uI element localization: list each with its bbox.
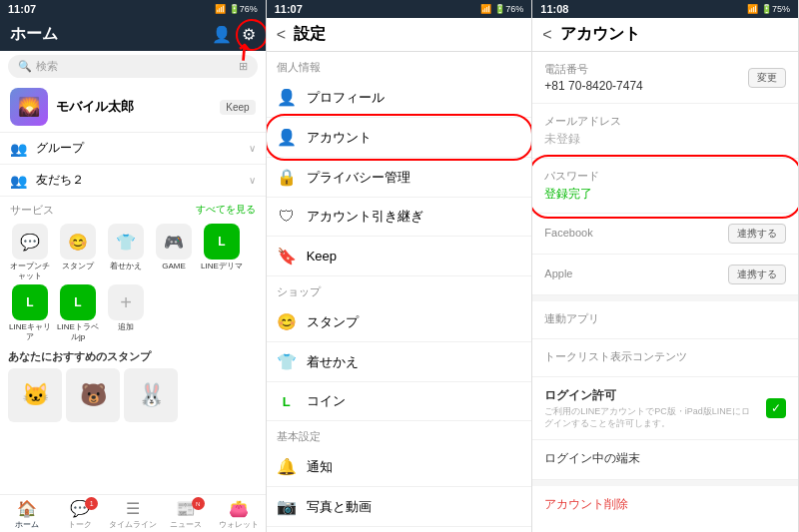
phone-row-inline: 電話番号 +81 70-8420-7474 変更 [544, 62, 786, 93]
person-icon[interactable]: 👤 [212, 25, 232, 44]
notification-label: 通知 [307, 458, 522, 476]
apple-row: Apple 連携する [532, 255, 798, 295]
news-badge: N [192, 497, 205, 510]
stamp-1[interactable]: 🐱 [8, 368, 62, 422]
phone-change-button[interactable]: 変更 [748, 68, 786, 88]
logged-devices-label: ログイン中の端末 [544, 450, 786, 467]
account-settings-icon: 👤 [277, 128, 297, 147]
talk-nav-label: トーク [68, 519, 92, 530]
settings-theme[interactable]: 👕 着せかえ [267, 342, 532, 382]
nav-news[interactable]: N 📰 ニュース [159, 499, 212, 530]
email-row: メールアドレス 未登録 [532, 104, 798, 159]
settings-coin[interactable]: L コイン [267, 382, 532, 421]
talk-content-row[interactable]: トークリスト表示コンテンツ [532, 339, 798, 377]
settings-stamp[interactable]: 😊 スタンプ [267, 302, 532, 342]
settings-photo[interactable]: 📷 写真と動画 [267, 487, 532, 527]
stamp-2[interactable]: 🐻 [66, 368, 120, 422]
friends-label: 友だち２ [36, 172, 241, 189]
facebook-connect-button[interactable]: 連携する [728, 224, 786, 244]
settings-transfer[interactable]: 🛡 アカウント引き継ぎ [267, 198, 532, 237]
stamp-label: スタンプ [62, 262, 94, 271]
add-label: 追加 [118, 322, 134, 332]
apple-connect-button[interactable]: 連携する [728, 265, 786, 284]
see-all-link[interactable]: すべてを見る [196, 203, 256, 218]
wallet-nav-icon: 👛 [229, 499, 249, 518]
login-toggle[interactable]: ✓ [766, 398, 786, 418]
nav-talk[interactable]: 1 💬 トーク [53, 499, 106, 530]
career-label: LINEキャリア [8, 322, 52, 341]
back-button-account[interactable]: < [542, 26, 551, 44]
logged-devices-row[interactable]: ログイン中の端末 [532, 440, 798, 480]
panel-home: 11:07 📶 🔋76% ホーム 👤 ⚙ ↗ 🔍 検索 ⊞ 🌄 モバイル太郎 K… [0, 0, 267, 532]
travel-label: LINEトラベルjp [56, 322, 100, 341]
signal-icon-2: 📶 [480, 4, 491, 14]
nav-home[interactable]: 🏠 ホーム [0, 499, 53, 530]
delete-account-link[interactable]: アカウント削除 [532, 486, 798, 523]
service-travel[interactable]: L LINEトラベルjp [56, 284, 100, 341]
service-add[interactable]: + 追加 [104, 284, 148, 341]
time-2: 11:07 [275, 3, 303, 15]
timeline-nav-icon: ☰ [126, 499, 140, 518]
search-bar[interactable]: 🔍 検索 ⊞ [8, 55, 258, 78]
home-header: ホーム 👤 ⚙ ↗ [0, 18, 266, 51]
derima-icon: L [204, 224, 240, 260]
services-title: サービス [10, 203, 54, 218]
battery-icon-2: 🔋76% [494, 4, 523, 14]
facebook-row: Facebook 連携する [532, 214, 798, 255]
settings-privacy[interactable]: 🔒 プライバシー管理 [267, 158, 532, 198]
stamp-settings-icon: 😊 [277, 312, 297, 331]
home-nav-label: ホーム [15, 519, 39, 530]
notification-icon: 🔔 [277, 457, 297, 476]
coin-label: コイン [307, 392, 522, 410]
status-icons-2: 📶 🔋76% [480, 4, 523, 14]
status-bar-2: 11:07 📶 🔋76% [267, 0, 532, 18]
settings-account[interactable]: 👤 アカウント [267, 118, 532, 158]
shop-label: ショップ [267, 276, 532, 302]
service-derima[interactable]: L LINEデリマ [200, 224, 244, 280]
privacy-icon: 🔒 [277, 168, 297, 187]
service-theme[interactable]: 👕 着せかえ [104, 224, 148, 280]
linked-apps-row[interactable]: 連動アプリ [532, 301, 798, 339]
recommend-stamp-section: あなたにおすすめのスタンプ 🐱 🐻 🐰 [0, 345, 266, 424]
phone-value: +81 70-8420-7474 [544, 79, 642, 93]
settings-notification[interactable]: 🔔 通知 [267, 447, 532, 487]
settings-title: 設定 [294, 24, 326, 45]
login-permission-inline: ログイン許可 ご利用のLINEアカウントでPC版・iPad版LINEにログインす… [544, 387, 786, 429]
friends-icon: 👥 [10, 173, 28, 189]
account-settings-label: アカウント [307, 129, 522, 147]
groups-row[interactable]: 👥 グループ ∨ [0, 133, 266, 165]
back-button-settings[interactable]: < [277, 26, 286, 44]
add-icon: + [108, 284, 144, 320]
profile-name: モバイル太郎 [56, 98, 212, 116]
service-game[interactable]: 🎮 GAME [152, 224, 196, 280]
personal-info-label: 個人情報 [267, 52, 532, 78]
password-row: パスワード 登録完了 [532, 159, 798, 214]
service-openchat[interactable]: 💬 オープンチャット [8, 224, 52, 280]
photo-label: 写真と動画 [307, 498, 522, 516]
keep-badge[interactable]: Keep [220, 100, 255, 115]
talk-content-label: トークリスト表示コンテンツ [544, 349, 786, 364]
basic-settings-label: 基本設定 [267, 421, 532, 447]
stamp-3[interactable]: 🐰 [124, 368, 178, 422]
news-nav-label: ニュース [170, 519, 202, 530]
apple-row-inline: Apple 連携する [544, 265, 786, 284]
home-title: ホーム [10, 24, 58, 45]
profile-settings-icon: 👤 [277, 88, 297, 107]
game-icon: 🎮 [156, 224, 192, 260]
services-grid: 💬 オープンチャット 😊 スタンプ 👕 着せかえ 🎮 GAME L LINEデリ… [0, 220, 266, 345]
service-stamp[interactable]: 😊 スタンプ [56, 224, 100, 280]
settings-header: < 設定 [267, 18, 532, 52]
time-1: 11:07 [8, 3, 36, 15]
travel-icon: L [60, 284, 96, 320]
battery-icon-3: 🔋75% [761, 4, 790, 14]
service-career[interactable]: L LINEキャリア [8, 284, 52, 341]
theme-settings-label: 着せかえ [307, 353, 522, 371]
nav-wallet[interactable]: 👛 ウォレット [213, 499, 266, 530]
friends-row[interactable]: 👥 友だち２ ∨ [0, 165, 266, 197]
home-nav-icon: 🏠 [17, 499, 37, 518]
settings-profile[interactable]: 👤 プロフィール [267, 78, 532, 118]
theme-icon: 👕 [108, 224, 144, 260]
nav-timeline[interactable]: ☰ タイムライン [106, 499, 159, 530]
status-bar-1: 11:07 📶 🔋76% [0, 0, 266, 18]
settings-keep[interactable]: 🔖 Keep [267, 237, 532, 276]
